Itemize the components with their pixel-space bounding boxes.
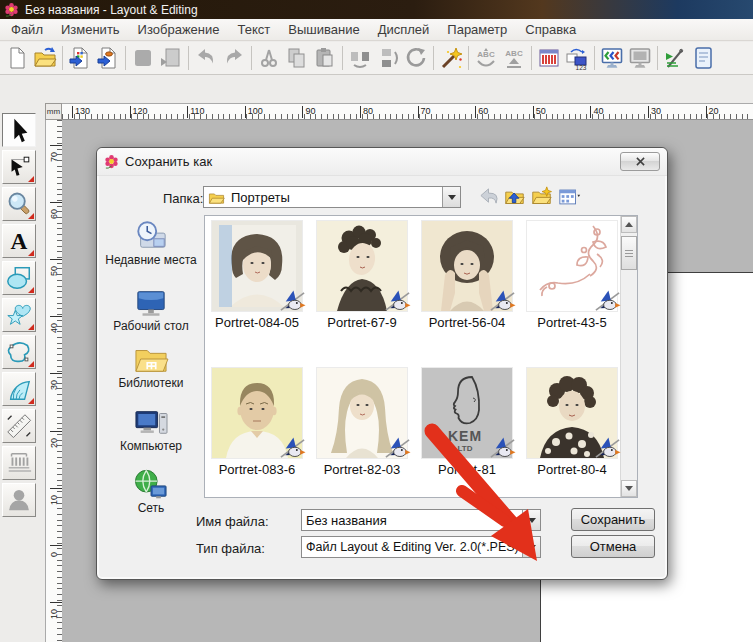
file-thumbnail[interactable]	[527, 221, 617, 311]
file-thumbnail[interactable]	[317, 368, 407, 458]
place-label: Сеть	[101, 501, 201, 515]
libraries-icon	[101, 343, 201, 375]
stitch-tool-button[interactable]	[2, 446, 36, 480]
menu-item[interactable]: Параметр	[438, 20, 516, 39]
stitch-simulator-button[interactable]	[661, 44, 689, 72]
menu-item[interactable]: Дисплей	[369, 20, 439, 39]
folder-combobox[interactable]: Портреты	[203, 186, 461, 208]
place-item-3[interactable]: Библиотеки	[101, 343, 201, 390]
import-image-button[interactable]	[94, 44, 122, 72]
pes-bird-icon	[384, 435, 411, 462]
place-label: Компьютер	[101, 439, 201, 453]
file-name-label[interactable]: Portret-43-5	[520, 315, 624, 330]
filename-dropdown-button[interactable]	[522, 510, 540, 530]
window-title: Без названия - Layout & Editing	[25, 3, 198, 17]
folder-icon	[208, 189, 225, 206]
zoom-tool-button[interactable]	[2, 187, 36, 221]
ruler-label: 70	[49, 152, 59, 162]
filetype-combobox[interactable]: Файл Layout & Editing Ver. 2.0(*.PES)	[301, 536, 541, 558]
menu-item[interactable]: Справка	[516, 20, 585, 39]
folder-label: Папка:	[163, 191, 203, 206]
view-menu-button[interactable]	[558, 187, 582, 206]
ruler-label: 30	[648, 106, 661, 118]
network-icon	[101, 468, 201, 500]
filename-value[interactable]: Без названия	[302, 513, 522, 528]
filetype-dropdown-button[interactable]	[522, 537, 540, 557]
up-folder-button[interactable]	[504, 186, 525, 207]
point-edit-tool-button[interactable]	[2, 150, 36, 184]
computer-icon	[101, 406, 201, 438]
new-document-button[interactable]	[3, 44, 31, 72]
file-name-label[interactable]: Portret-084-05	[205, 315, 309, 330]
file-thumbnail[interactable]	[527, 368, 617, 458]
new-folder-button[interactable]	[531, 186, 552, 207]
menu-item[interactable]: Вышивание	[279, 20, 368, 39]
portrait-tool-button[interactable]	[2, 483, 36, 517]
folder-dropdown-button[interactable]	[442, 187, 460, 207]
sewing-order-button[interactable]: 123	[563, 44, 591, 72]
fan-shape-tool-button[interactable]	[2, 372, 36, 406]
menu-item[interactable]: Файл	[2, 20, 52, 39]
file-name-label[interactable]: Portret-67-9	[310, 315, 414, 330]
menu-item[interactable]: Текст	[229, 20, 280, 39]
screen-view-button	[626, 44, 654, 72]
scroll-down-button[interactable]	[621, 480, 637, 497]
menu-item[interactable]: Изменить	[52, 20, 129, 39]
import-design-button[interactable]	[66, 44, 94, 72]
file-name-label[interactable]: Portret-81	[415, 462, 519, 477]
ruler-tick	[50, 316, 62, 317]
ruler-tick	[50, 145, 62, 146]
file-name-label[interactable]: Portret-083-6	[205, 462, 309, 477]
ruler-label: 80	[360, 106, 373, 118]
file-name-label[interactable]: Portret-80-4	[520, 462, 624, 477]
toolbar-separator	[342, 46, 343, 70]
place-label: Недавние места	[101, 253, 201, 267]
file-name-label[interactable]: Portret-82-03	[310, 462, 414, 477]
app-window: Без названия - Layout & Editing ФайлИзме…	[0, 0, 753, 642]
ruler-label: 20	[706, 106, 719, 118]
flip-vertical-button	[374, 44, 402, 72]
pes-bird-icon	[489, 435, 516, 462]
file-list[interactable]: Portret-084-05 Portret-67-9 Portret-56-0…	[204, 215, 638, 498]
place-item-4[interactable]: Компьютер	[101, 406, 201, 453]
svg-text:LTD: LTD	[458, 444, 473, 453]
realistic-view-button[interactable]	[598, 44, 626, 72]
dialog-nav-toolbar	[479, 186, 582, 207]
file-thumbnail[interactable]	[212, 368, 302, 458]
file-name-label[interactable]: Portret-56-04	[415, 315, 519, 330]
file-thumbnail[interactable]	[317, 221, 407, 311]
outline-tool-button[interactable]	[2, 335, 36, 369]
design-property-button[interactable]	[689, 44, 717, 72]
svg-text:A: A	[11, 228, 28, 254]
select-tool-button[interactable]	[2, 113, 36, 147]
shape-tool-button[interactable]	[2, 261, 36, 295]
menu-item[interactable]: Изображение	[129, 20, 229, 39]
measure-tool-button[interactable]	[2, 409, 36, 443]
file-thumbnail[interactable]: KEM LTD	[422, 368, 512, 458]
save-as-dialog: Сохранить как Папка: Портреты Недавние м…	[96, 147, 668, 580]
file-thumbnail[interactable]	[422, 221, 512, 311]
scroll-up-button[interactable]	[621, 216, 637, 233]
motif-shape-tool-button[interactable]	[2, 298, 36, 332]
back-button	[479, 187, 498, 206]
filename-combobox[interactable]: Без названия	[301, 509, 541, 531]
dialog-title-bar[interactable]: Сохранить как	[97, 148, 667, 176]
ruler-unit-box: mm	[45, 103, 62, 120]
thread-chart-button[interactable]	[535, 44, 563, 72]
scrollbar-thumb[interactable]	[621, 236, 637, 270]
place-item-5[interactable]: Сеть	[101, 468, 201, 515]
place-item-1[interactable]: Недавние места	[101, 218, 201, 267]
file-thumbnail[interactable]	[212, 221, 302, 311]
flower-dialog-icon	[104, 154, 119, 169]
pes-bird-icon	[594, 288, 621, 315]
close-button[interactable]	[620, 152, 660, 171]
filetype-value: Файл Layout & Editing Ver. 2.0(*.PES)	[302, 540, 522, 554]
text-tool-button[interactable]: A	[2, 224, 36, 258]
cancel-button[interactable]: Отмена	[571, 535, 655, 558]
save-button[interactable]: Сохранить	[571, 508, 655, 531]
magic-wand-button[interactable]	[437, 44, 465, 72]
open-folder-button[interactable]	[31, 44, 59, 72]
place-item-2[interactable]: Рабочий стол	[101, 286, 201, 333]
redo-button	[220, 44, 248, 72]
file-list-scrollbar[interactable]	[620, 216, 637, 497]
